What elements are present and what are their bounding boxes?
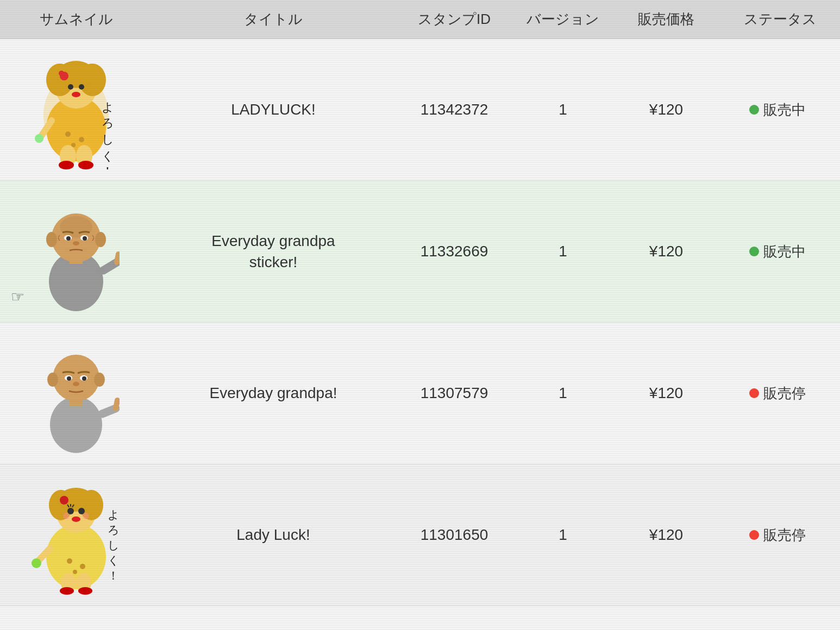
svg-point-12 bbox=[35, 134, 43, 143]
title-line2: sticker! bbox=[249, 254, 298, 270]
thumbnail-cell: よ ろ し く ！ bbox=[0, 464, 152, 606]
header-version: バージョン bbox=[514, 10, 612, 29]
sticker-image: ♥ ラブ バー bbox=[27, 622, 125, 631]
svg-point-30 bbox=[95, 232, 106, 247]
svg-point-47 bbox=[73, 382, 79, 386]
stamp-id-cell: 11301650 bbox=[394, 526, 514, 544]
title-line1: Everyday grandpa bbox=[211, 232, 335, 249]
svg-point-46 bbox=[82, 376, 86, 381]
svg-point-77 bbox=[78, 587, 92, 595]
status-dot bbox=[749, 388, 759, 398]
svg-point-41 bbox=[47, 373, 58, 387]
thumbnail-cell bbox=[0, 323, 152, 464]
svg-point-34 bbox=[83, 236, 87, 241]
svg-point-57 bbox=[78, 508, 85, 514]
title-cell: LADYLUCK! bbox=[152, 93, 394, 125]
svg-point-66 bbox=[67, 558, 72, 564]
svg-text:く: く bbox=[108, 554, 120, 567]
svg-point-65 bbox=[32, 558, 41, 568]
table-row[interactable]: よ ろ し く ！ Lady Luck! 11301650 1 ¥120 販売停 bbox=[0, 464, 840, 606]
header-title: タイトル bbox=[152, 10, 394, 29]
status-text: 販売中 bbox=[763, 242, 806, 261]
svg-point-76 bbox=[60, 587, 74, 595]
version-cell: 1 bbox=[514, 101, 612, 118]
header-price: 販売価格 bbox=[612, 10, 720, 29]
stamp-id-cell: 11342372 bbox=[394, 101, 514, 118]
table-row[interactable]: よ ろ し く ！ LADYLUCK! 11342372 1 ¥120 販売中 bbox=[0, 39, 840, 181]
status-cell: 販売中 bbox=[720, 100, 840, 119]
thumbnail-cell: よ ろ し く ！ bbox=[0, 39, 152, 180]
table-row[interactable]: ♥ ラブ バー blind love budgerigar 11190509 2… bbox=[0, 606, 840, 630]
price-cell: ¥120 bbox=[612, 385, 720, 402]
status-dot bbox=[749, 530, 759, 540]
svg-point-29 bbox=[46, 232, 57, 247]
header-status: ステータス bbox=[720, 10, 840, 29]
svg-point-13 bbox=[65, 131, 71, 137]
version-cell: 1 bbox=[514, 243, 612, 260]
version-cell: 1 bbox=[514, 526, 612, 544]
price-cell: ¥120 bbox=[612, 101, 720, 118]
status-cell: 販売停 bbox=[720, 526, 840, 545]
table-row[interactable]: ☞ bbox=[0, 181, 840, 323]
svg-point-35 bbox=[73, 241, 79, 245]
svg-point-23 bbox=[59, 161, 74, 169]
status-dot bbox=[749, 247, 759, 256]
svg-point-45 bbox=[67, 376, 71, 381]
svg-point-62 bbox=[83, 513, 89, 519]
sticker-image bbox=[33, 192, 120, 311]
svg-line-37 bbox=[117, 254, 118, 262]
svg-point-14 bbox=[79, 137, 84, 142]
svg-point-8 bbox=[72, 92, 80, 97]
svg-point-24 bbox=[78, 161, 93, 169]
sticker-image bbox=[33, 333, 120, 453]
title-cell: Everyday grandpa! bbox=[152, 377, 394, 409]
status-cell: 販売停 bbox=[720, 384, 840, 403]
status-dot bbox=[749, 105, 759, 115]
svg-point-33 bbox=[66, 236, 71, 241]
svg-text:！: ！ bbox=[101, 159, 115, 169]
price-cell: ¥120 bbox=[612, 526, 720, 544]
table-row[interactable]: Everyday grandpa! 11307579 1 ¥120 販売停 bbox=[0, 323, 840, 464]
svg-point-6 bbox=[68, 84, 73, 90]
status-cell: 販売中 bbox=[720, 242, 840, 261]
title-cell: Everyday grandpa sticker! bbox=[152, 225, 394, 278]
sticker-image: よ ろ し く ！ bbox=[27, 50, 125, 169]
sticker-image: よ ろ し く ！ bbox=[27, 475, 125, 595]
table-header: サムネイル タイトル スタンプID バージョン 販売価格 ステータス bbox=[0, 0, 840, 39]
svg-point-55 bbox=[60, 496, 68, 505]
svg-point-40 bbox=[53, 355, 99, 401]
thumbnail-cell: ☞ bbox=[0, 181, 152, 322]
header-stamp-id: スタンプID bbox=[394, 10, 514, 29]
svg-point-7 bbox=[79, 84, 84, 90]
svg-text:し: し bbox=[108, 539, 120, 552]
svg-point-10 bbox=[59, 71, 64, 76]
header-thumbnail: サムネイル bbox=[0, 10, 152, 29]
svg-point-61 bbox=[63, 513, 70, 519]
cursor-icon: ☞ bbox=[11, 288, 24, 306]
svg-point-28 bbox=[60, 216, 92, 238]
status-text: 販売中 bbox=[763, 100, 806, 119]
sticker-table: サムネイル タイトル スタンプID バージョン 販売価格 ステータス bbox=[0, 0, 840, 630]
svg-point-56 bbox=[67, 508, 74, 514]
svg-point-42 bbox=[94, 373, 105, 387]
svg-point-50 bbox=[46, 524, 106, 589]
svg-text:ろ: ろ bbox=[108, 524, 120, 537]
status-text: 販売停 bbox=[763, 526, 806, 545]
thumbnail-cell: ♥ ラブ バー bbox=[0, 612, 152, 631]
svg-line-49 bbox=[116, 400, 117, 408]
svg-point-68 bbox=[73, 570, 77, 574]
svg-text:よ: よ bbox=[108, 508, 120, 521]
svg-point-63 bbox=[72, 516, 80, 522]
stamp-id-cell: 11307579 bbox=[394, 385, 514, 402]
svg-point-67 bbox=[80, 564, 85, 569]
stamp-id-cell: 11332669 bbox=[394, 243, 514, 260]
title-cell: Lady Luck! bbox=[152, 519, 394, 551]
status-text: 販売停 bbox=[763, 384, 806, 403]
svg-text:！: ！ bbox=[108, 569, 119, 582]
price-cell: ¥120 bbox=[612, 243, 720, 260]
version-cell: 1 bbox=[514, 385, 612, 402]
